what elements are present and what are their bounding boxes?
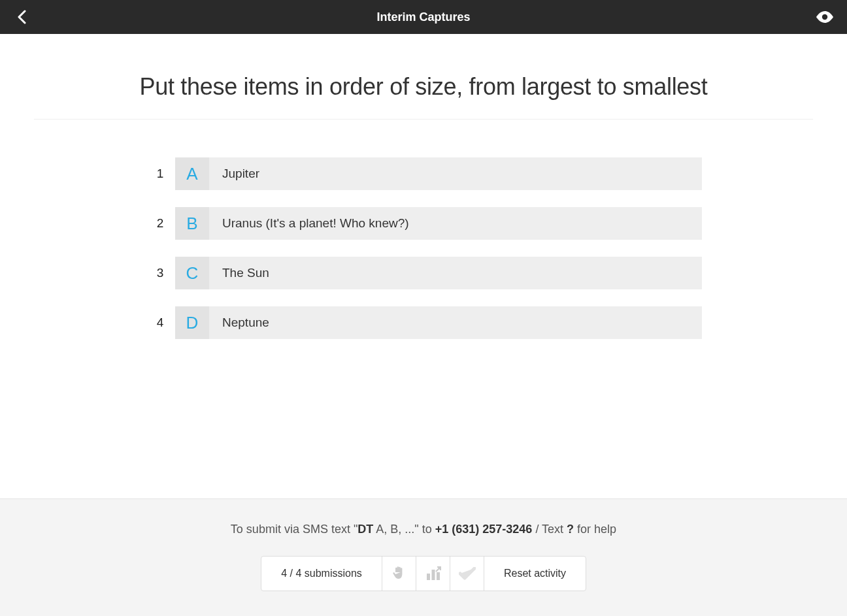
option-letter: D	[175, 306, 209, 339]
hand-icon	[392, 566, 407, 581]
eye-icon	[816, 11, 834, 23]
ordinal-number: 1	[145, 167, 175, 181]
reveal-answer-button[interactable]	[450, 557, 484, 591]
page-title: Interim Captures	[376, 10, 470, 24]
option-row: 2 B Uranus (It's a planet! Who knew?)	[145, 207, 702, 240]
sms-text: A, B, ..." to	[373, 523, 435, 536]
ordinal-number: 3	[145, 266, 175, 280]
bar-chart-icon	[425, 566, 441, 581]
submissions-status: 4 / 4 submissions	[261, 557, 382, 591]
svg-rect-3	[437, 572, 440, 580]
svg-point-0	[822, 14, 827, 20]
sms-text: for help	[574, 523, 616, 536]
pause-button[interactable]	[382, 557, 416, 591]
sms-text: To submit via SMS text "	[231, 523, 357, 536]
sortable-option[interactable]: B Uranus (It's a planet! Who knew?)	[175, 207, 702, 240]
visibility-button[interactable]	[816, 8, 834, 26]
results-button[interactable]	[416, 557, 450, 591]
check-icon	[459, 567, 476, 580]
options-list: 1 A Jupiter 2 B Uranus (It's a planet! W…	[145, 157, 702, 339]
ordinal-number: 4	[145, 316, 175, 330]
ordinal-number: 2	[145, 216, 175, 231]
option-text: Neptune	[209, 316, 269, 330]
option-letter: A	[175, 157, 209, 190]
sms-code: DT	[357, 523, 373, 536]
sortable-option[interactable]: A Jupiter	[175, 157, 702, 190]
option-row: 1 A Jupiter	[145, 157, 702, 190]
sortable-option[interactable]: C The Sun	[175, 257, 702, 289]
chevron-left-icon	[17, 10, 26, 24]
back-button[interactable]	[13, 8, 30, 25]
option-row: 3 C The Sun	[145, 257, 702, 289]
main-content: Put these items in order of size, from l…	[0, 34, 847, 498]
sms-help-char: ?	[567, 523, 574, 536]
reset-activity-button[interactable]: Reset activity	[484, 557, 586, 591]
svg-rect-1	[427, 574, 430, 580]
divider	[34, 119, 813, 120]
sms-text: / Text	[532, 523, 567, 536]
sms-phone: +1 (631) 257-3246	[435, 523, 533, 536]
option-text: Jupiter	[209, 167, 259, 181]
activity-toolbar: 4 / 4 submissions Reset activity	[261, 556, 586, 591]
svg-rect-2	[431, 570, 435, 580]
footer: To submit via SMS text "DT A, B, ..." to…	[0, 498, 847, 616]
option-letter: B	[175, 207, 209, 240]
option-text: Uranus (It's a planet! Who knew?)	[209, 216, 409, 231]
sms-instructions: To submit via SMS text "DT A, B, ..." to…	[231, 523, 616, 536]
option-letter: C	[175, 257, 209, 289]
option-row: 4 D Neptune	[145, 306, 702, 339]
sortable-option[interactable]: D Neptune	[175, 306, 702, 339]
option-text: The Sun	[209, 266, 269, 280]
body-area: Put these items in order of size, from l…	[0, 34, 847, 616]
question-prompt: Put these items in order of size, from l…	[0, 73, 847, 101]
app-header: Interim Captures	[0, 0, 847, 34]
